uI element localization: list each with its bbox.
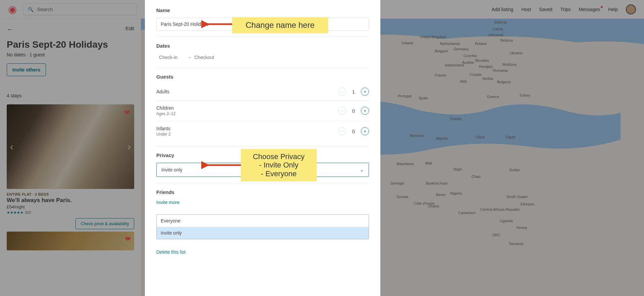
privacy-dropdown: Everyone Invite only	[156, 214, 369, 239]
infants-decrement-button[interactable]: −	[338, 127, 346, 135]
privacy-selected-value: Invite only	[161, 167, 182, 172]
annotation-arrow-icon	[201, 161, 245, 169]
dates-label: Dates	[156, 43, 369, 49]
privacy-option-invite-only[interactable]: Invite only	[157, 227, 369, 239]
infants-row: InfantsUnder 2 − 0 +	[156, 122, 369, 140]
infants-increment-button[interactable]: +	[361, 127, 369, 135]
children-value: 0	[352, 108, 356, 114]
adults-decrement-button[interactable]: −	[338, 88, 346, 96]
delete-list-link[interactable]: Delete this list	[156, 249, 369, 255]
children-row: ChildrenAges 2–12 − 0 +	[156, 102, 369, 119]
children-increment-button[interactable]: +	[361, 107, 369, 115]
invite-more-link[interactable]: Invite more	[156, 200, 369, 205]
adults-value: 1	[352, 89, 356, 95]
edit-wishlist-modal: Name Dates Check-in →Checkout Guests Adu…	[145, 0, 380, 296]
friends-label: Friends	[156, 189, 369, 195]
annotation-callout: Choose Privacy - Invite Only - Everyone	[241, 149, 317, 181]
name-label: Name	[156, 7, 369, 13]
checkin-field[interactable]: Check-in	[159, 55, 177, 60]
infants-label: Infants	[156, 126, 171, 131]
checkout-field[interactable]: Checkout	[194, 55, 214, 60]
arrow-right-icon: →	[187, 55, 192, 60]
children-label: Children	[156, 105, 175, 111]
annotation-callout: Change name here	[232, 17, 328, 33]
chevron-down-icon: ⌄	[360, 167, 364, 172]
guests-label: Guests	[156, 74, 369, 80]
privacy-option-everyone[interactable]: Everyone	[157, 215, 369, 227]
adults-row: Adults − 1 +	[156, 84, 369, 99]
children-sublabel: Ages 2–12	[156, 111, 175, 116]
infants-value: 0	[352, 129, 356, 134]
adults-increment-button[interactable]: +	[361, 88, 369, 96]
adults-label: Adults	[156, 89, 169, 94]
infants-sublabel: Under 2	[156, 132, 171, 137]
children-decrement-button[interactable]: −	[338, 107, 346, 115]
